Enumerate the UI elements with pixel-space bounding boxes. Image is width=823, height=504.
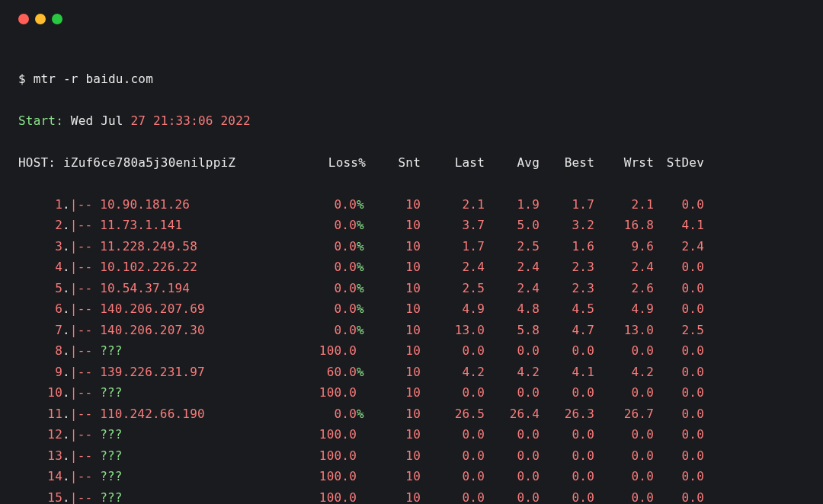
hop-stdev: 4.1 [654, 215, 704, 236]
hop-index: 8 [18, 340, 62, 362]
hop-avg: 0.0 [485, 424, 540, 445]
hop-wrst: 2.6 [594, 278, 654, 299]
hop-snt: 10 [366, 298, 421, 320]
hop-pipe: |-- [70, 323, 100, 337]
maximize-icon[interactable] [52, 14, 62, 24]
hop-unknown: ??? [100, 490, 123, 504]
hop-last: 0.0 [421, 445, 485, 467]
hop-unknown: ??? [100, 448, 123, 463]
hop-avg: 0.0 [485, 466, 540, 487]
hop-loss: 100.0 [283, 466, 357, 487]
hop-dot: . [62, 490, 70, 504]
terminal-output: $ mtr -r baidu.com Start: Wed Jul 27 21:… [0, 32, 823, 504]
hop-host-cell: .|-- 10.54.37.194 [62, 278, 283, 299]
close-icon[interactable] [18, 14, 29, 24]
hop-index: 12 [18, 424, 62, 445]
header-snt: Snt [366, 152, 421, 174]
hop-snt: 10 [366, 215, 421, 236]
hop-loss: 0.0 [283, 278, 357, 299]
hop-ip: 10.90.181.26 [100, 197, 190, 212]
hop-avg: 2.5 [485, 236, 540, 257]
hop-best: 3.2 [540, 215, 594, 236]
hop-row: 10.|-- ???100.0100.00.00.00.00.0 [18, 382, 805, 404]
minimize-icon[interactable] [35, 14, 46, 24]
hop-wrst: 26.7 [594, 404, 654, 425]
hop-snt: 10 [366, 320, 421, 341]
hop-last: 4.9 [421, 298, 485, 320]
hop-loss: 100.0 [283, 424, 357, 445]
hop-last: 2.5 [421, 278, 485, 299]
hop-snt: 10 [366, 445, 421, 467]
hop-loss: 0.0 [283, 257, 357, 278]
hop-best: 0.0 [540, 487, 594, 504]
hop-pipe: |-- [70, 301, 100, 316]
hop-dot: . [62, 301, 70, 316]
hop-host-cell: .|-- ??? [62, 340, 283, 362]
hop-loss-pct [357, 382, 366, 404]
hop-host-cell: .|-- ??? [62, 487, 283, 504]
hop-avg: 5.0 [485, 215, 540, 236]
hop-best: 2.3 [540, 278, 594, 299]
hop-avg: 2.4 [485, 257, 540, 278]
start-label: Start: [18, 110, 63, 132]
hop-host-cell: .|-- ??? [62, 466, 283, 487]
hop-loss-pct [357, 340, 366, 362]
command-bin: mtr [34, 69, 56, 90]
hop-best: 0.0 [540, 466, 594, 487]
hop-snt: 10 [366, 362, 421, 383]
hop-best: 1.7 [540, 194, 594, 215]
hop-loss-pct [357, 445, 366, 467]
hop-snt: 10 [366, 194, 421, 215]
hop-row: 6.|-- 140.206.207.690.0%104.94.84.54.90.… [18, 298, 805, 320]
hop-loss: 0.0 [283, 404, 357, 425]
hop-loss: 100.0 [283, 340, 357, 362]
hop-index: 2 [18, 215, 62, 236]
hop-row: 3.|-- 11.228.249.580.0%101.72.51.69.62.4 [18, 236, 805, 257]
start-date: 27 [131, 110, 146, 132]
hop-row: 14.|-- ???100.0100.00.00.00.00.0 [18, 466, 805, 487]
hop-avg: 4.2 [485, 362, 540, 383]
hop-pipe: |-- [70, 490, 100, 504]
hop-host-cell: .|-- 140.206.207.69 [62, 298, 283, 320]
hop-index: 9 [18, 362, 62, 383]
hops-list: 1.|-- 10.90.181.260.0%102.11.91.72.10.02… [18, 194, 805, 504]
hop-pipe: |-- [70, 281, 100, 295]
hop-best: 0.0 [540, 340, 594, 362]
hop-pipe: |-- [70, 218, 100, 232]
hop-stdev: 0.0 [654, 466, 704, 487]
window-titlebar [0, 0, 823, 32]
hop-loss-pct: % [357, 236, 366, 257]
hop-dot: . [62, 407, 70, 421]
hop-stdev: 0.0 [654, 382, 704, 404]
hop-wrst: 9.6 [594, 236, 654, 257]
hop-dot: . [62, 343, 70, 358]
hop-best: 0.0 [540, 424, 594, 445]
hop-best: 2.3 [540, 257, 594, 278]
hop-loss: 100.0 [283, 445, 357, 467]
hop-stdev: 0.0 [654, 362, 704, 383]
hop-avg: 0.0 [485, 382, 540, 404]
hop-index: 1 [18, 194, 62, 215]
hop-best: 0.0 [540, 445, 594, 467]
hop-loss-pct: % [357, 257, 366, 278]
hop-unknown: ??? [100, 385, 123, 400]
hop-dot: . [62, 281, 70, 295]
hop-index: 3 [18, 236, 62, 257]
command-line: $ mtr -r baidu.com [18, 69, 805, 90]
hop-loss: 100.0 [283, 382, 357, 404]
hop-last: 0.0 [421, 487, 485, 504]
hop-wrst: 13.0 [594, 320, 654, 341]
hop-host-cell: .|-- 10.90.181.26 [62, 194, 283, 215]
hop-index: 15 [18, 487, 62, 504]
hop-stdev: 0.0 [654, 340, 704, 362]
hop-stdev: 0.0 [654, 404, 704, 425]
hop-loss: 0.0 [283, 194, 357, 215]
hop-last: 3.7 [421, 215, 485, 236]
hop-wrst: 0.0 [594, 445, 654, 467]
hop-host-cell: .|-- 10.102.226.22 [62, 257, 283, 278]
hop-wrst: 0.0 [594, 340, 654, 362]
hop-host-cell: .|-- ??? [62, 445, 283, 467]
hop-index: 11 [18, 404, 62, 425]
hop-ip: 10.54.37.194 [100, 281, 190, 295]
hop-loss-pct: % [357, 362, 366, 383]
